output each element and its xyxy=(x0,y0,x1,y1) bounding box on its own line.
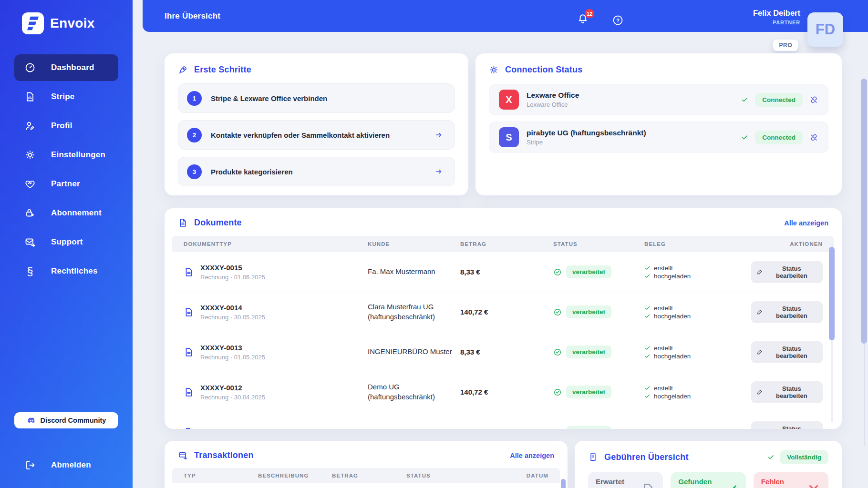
edit-icon xyxy=(757,309,763,315)
status-badge: verarbeitet xyxy=(566,346,611,358)
transaktionen-view-all-link[interactable]: Alle anzeigen xyxy=(510,452,554,459)
connection-status-badge: Connected xyxy=(755,131,803,144)
document-id: XXXXY-0014 xyxy=(200,304,265,312)
sidebar-item-abonnement[interactable]: Abonnement xyxy=(14,200,118,226)
beleg-status: hochgeladen xyxy=(654,353,691,360)
tile-erwartet: Erwartet 4 xyxy=(588,472,663,488)
circle-check-icon xyxy=(553,308,562,316)
gebuehren-card: Gebühren Übersicht Vollständig Erwartet … xyxy=(575,441,842,488)
document-meta: Rechnung · 01.05.2025 xyxy=(200,354,265,361)
file-icon xyxy=(184,267,194,277)
table-row[interactable]: XXXXY-0013 Rechnung · 01.05.2025 INGENIE… xyxy=(172,332,834,372)
unlink-button[interactable] xyxy=(809,133,818,142)
betrag-cell: 140,72 € xyxy=(460,308,553,316)
column-header: STATUS xyxy=(406,473,482,478)
gear-icon xyxy=(489,65,499,75)
table-scrollbar-thumb[interactable] xyxy=(829,247,835,340)
connection-name: pirabyte UG (haftungsbeschränkt) xyxy=(527,129,646,137)
document-id: XXXXY-0013 xyxy=(200,344,265,352)
file-chart-icon xyxy=(24,91,36,102)
transaktionen-table-header: TYP BESCHREIBUNG BETRAG STATUS DATUM xyxy=(172,468,560,483)
app-screen: Envoix Dashboard Stripe Profil Einstellu… xyxy=(0,0,868,488)
column-header: DATUM xyxy=(527,473,548,478)
stripe-icon: S xyxy=(499,127,519,147)
notifications-button[interactable]: 12 xyxy=(577,13,589,27)
status-bearbeiten-button[interactable]: Status bearbeiten xyxy=(751,381,823,403)
sidebar-item-dashboard[interactable]: Dashboard xyxy=(14,54,118,81)
document-id: XXXXY-0012 xyxy=(200,384,265,392)
sidebar-item-label: Stripe xyxy=(51,92,74,102)
sidebar: Envoix Dashboard Stripe Profil Einstellu… xyxy=(0,0,133,488)
table-row[interactable]: XXXXY-0014 Rechnung · 30.05.2025 Clara M… xyxy=(172,292,834,332)
heart-handshake-icon xyxy=(24,178,36,190)
gear-icon xyxy=(24,149,36,161)
discord-label: Discord Community xyxy=(41,417,106,424)
unlink-icon xyxy=(809,133,818,142)
step-label: Produkte kategorisieren xyxy=(211,168,293,176)
beleg-status: erstellt xyxy=(654,305,673,312)
sidebar-item-partner[interactable]: Partner xyxy=(14,171,118,197)
kunde-cell: M. SCHNEIDER xyxy=(368,427,460,429)
logout-label: Abmelden xyxy=(51,460,91,470)
step-item-3[interactable]: 3 Produkte kategorisieren xyxy=(178,157,455,186)
unlink-button[interactable] xyxy=(809,95,818,104)
betrag-cell: 140,72 € xyxy=(460,388,553,396)
column-header: BETRAG xyxy=(332,473,406,478)
document-meta: Rechnung · 30.05.2025 xyxy=(200,314,265,321)
status-bearbeiten-button[interactable]: Status bearbeiten xyxy=(751,421,823,429)
sidebar-item-support[interactable]: Support xyxy=(14,229,118,255)
check-icon xyxy=(644,385,651,391)
dokumente-title: Dokumente xyxy=(194,218,242,228)
beleg-status: erstellt xyxy=(654,264,673,272)
step-label: Kontakte verknüpfen oder Sammelkontakt a… xyxy=(211,131,390,139)
step-number: 2 xyxy=(187,128,202,142)
status-bearbeiten-button[interactable]: Status bearbeiten xyxy=(751,341,823,363)
sidebar-item-rechtliches[interactable]: § Rechtliches xyxy=(14,258,118,285)
lock-star-icon xyxy=(24,207,36,219)
document-id: XXXXY-0011 xyxy=(200,427,242,429)
status-bearbeiten-button[interactable]: Status bearbeiten xyxy=(751,261,823,283)
column-header: KUNDE xyxy=(368,241,460,247)
sidebar-item-stripe[interactable]: Stripe xyxy=(14,83,118,110)
table-row[interactable]: XXXXY-0012 Rechnung · 30.04.2025 Demo UG… xyxy=(172,372,834,412)
erste-schritte-card: Erste Schritte 1 Stripe & Lexware Office… xyxy=(165,53,468,195)
logo: Envoix xyxy=(0,0,133,34)
step-item-2[interactable]: 2 Kontakte verknüpfen oder Sammelkontakt… xyxy=(178,120,455,150)
tile-gefunden: Gefunden 4 xyxy=(671,472,745,488)
check-icon xyxy=(767,454,775,461)
sidebar-item-label: Profil xyxy=(51,121,72,131)
logout-button[interactable]: Abmelden xyxy=(14,453,118,478)
svg-text:?: ? xyxy=(616,18,620,23)
transaktionen-scrollbar-thumb[interactable] xyxy=(561,479,566,488)
status-badge: verarbeitet xyxy=(566,305,611,318)
beleg-status: hochgeladen xyxy=(654,273,691,280)
check-icon xyxy=(741,134,748,141)
plan-badge: PRO xyxy=(773,40,798,51)
status-bearbeiten-button[interactable]: Status bearbeiten xyxy=(751,301,823,323)
column-header: TYP xyxy=(184,473,258,478)
file-icon xyxy=(184,347,194,357)
check-icon xyxy=(741,96,748,103)
check-icon xyxy=(644,345,651,351)
sidebar-item-label: Partner xyxy=(51,179,80,189)
fee-tiles: Erwartet 4 Gefunden 4 Fehlen 0 xyxy=(575,464,842,488)
discord-community-button[interactable]: Discord Community xyxy=(14,412,118,428)
dokumente-table-body: XXXXY-0015 Rechnung · 01.06.2025 Fa. Max… xyxy=(172,252,834,429)
table-row[interactable]: XXXXY-0011 M. SCHNEIDER verarbeitet erst… xyxy=(172,412,834,429)
dokumente-view-all-link[interactable]: Alle anzeigen xyxy=(784,219,828,227)
page-scrollbar-thumb[interactable] xyxy=(861,79,867,344)
sidebar-item-einstellungen[interactable]: Einstellungen xyxy=(14,142,118,168)
check-icon xyxy=(644,273,651,279)
column-header: DOKUMENTTYP xyxy=(184,241,368,247)
sidebar-item-profil[interactable]: Profil xyxy=(14,112,118,139)
user-info: Felix Deibert PARTNER xyxy=(753,9,800,25)
document-meta: Rechnung · 30.04.2025 xyxy=(200,394,265,401)
gauge-icon xyxy=(24,62,36,73)
edit-icon xyxy=(757,349,763,355)
avatar[interactable]: FD xyxy=(807,12,843,47)
check-icon xyxy=(644,305,651,311)
table-row[interactable]: XXXXY-0015 Rechnung · 01.06.2025 Fa. Max… xyxy=(172,252,834,292)
connection-row-lexware: X Lexware Office Lexware Office Connecte… xyxy=(489,84,828,115)
help-button[interactable]: ? xyxy=(612,14,624,28)
step-item-1[interactable]: 1 Stripe & Lexware Office verbinden xyxy=(178,83,455,113)
